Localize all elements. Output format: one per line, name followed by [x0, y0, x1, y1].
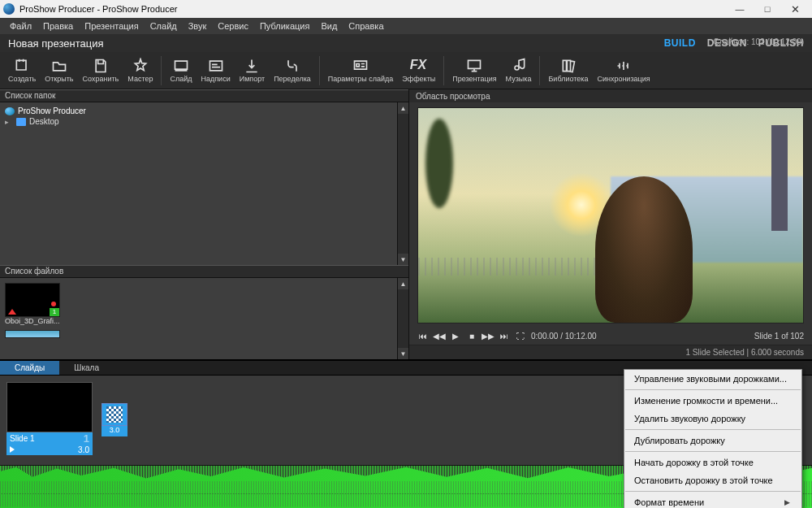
slideopts-icon — [352, 58, 369, 74]
tab-scale[interactable]: Шкала — [59, 361, 114, 375]
folder-item[interactable]: ▸Desktop — [5, 116, 404, 127]
slide-button[interactable]: Слайд — [166, 56, 195, 85]
context-menu-label: Остановить дорожку в этой точке — [634, 475, 773, 485]
folder-tree-scrollbar[interactable]: ▲ ▼ — [397, 102, 408, 265]
toolbar-label: Библиотека — [548, 75, 588, 83]
context-menu-item[interactable]: Управление звуковыми дорожками... — [624, 370, 801, 388]
toolbar-label: Презентация — [452, 75, 496, 83]
remix-button[interactable]: Переделка — [270, 56, 314, 85]
sub-header: Новая презентация BUILDDESIGNPUBLISH — [0, 34, 812, 52]
slideopts-button[interactable]: Параметры слайда — [325, 56, 397, 85]
menu-публикация[interactable]: Публикация — [255, 20, 314, 33]
file-thumb[interactable]: 1 Oboi_3D_Grafi... — [5, 283, 60, 325]
fx-button[interactable]: FXЭффекты — [399, 56, 438, 85]
presentation-name: Новая презентация — [8, 37, 103, 50]
slide-number: 1 — [84, 432, 89, 445]
save-button[interactable]: Сохранить — [80, 56, 123, 85]
context-menu-item[interactable]: Дублировать дорожку — [624, 432, 801, 449]
menu-separator — [625, 451, 801, 452]
create-icon — [13, 58, 31, 74]
mode-tab-build[interactable]: BUILD — [664, 37, 696, 49]
audio-context-menu[interactable]: Управление звуковыми дорожками...Изменен… — [624, 369, 802, 508]
menu-вид[interactable]: Вид — [316, 20, 342, 33]
window-minimize-button[interactable]: — — [726, 1, 754, 17]
menubar: ФайлПравкаПрезентацияСлайдЗвукСервисПубл… — [0, 18, 812, 34]
globe-icon — [5, 107, 15, 115]
tab-slides[interactable]: Слайды — [0, 361, 59, 375]
present-button[interactable]: Презентация — [449, 56, 499, 85]
caption-button[interactable]: Надписи — [197, 56, 233, 85]
toolbar-label: Слайд — [170, 75, 192, 83]
menu-файл[interactable]: Файл — [5, 20, 37, 33]
menu-правка[interactable]: Правка — [38, 20, 78, 33]
scroll-up-icon[interactable]: ▲ — [398, 102, 408, 114]
timeline-transition[interactable]: 3.0 — [99, 403, 130, 455]
open-button[interactable]: Открыть — [41, 56, 76, 85]
window-close-button[interactable]: ✕ — [781, 1, 809, 17]
slide-thumbnail[interactable] — [6, 382, 93, 432]
import-button[interactable]: Импорт — [236, 56, 268, 85]
window-maximize-button[interactable]: □ — [754, 1, 781, 17]
toolbar-label: Синхронизация — [597, 75, 650, 83]
context-menu-item[interactable]: Формат времени▶ — [624, 493, 801, 508]
open-icon — [50, 58, 68, 74]
file-list-scrollbar[interactable]: ▲ ▼ — [397, 278, 408, 359]
file-usage-badge: 1 — [50, 308, 59, 316]
transition-duration[interactable]: 3.0 — [102, 426, 127, 436]
library-icon — [559, 58, 577, 74]
file-thumb[interactable] — [5, 330, 60, 338]
scroll-down-icon[interactable]: ▼ — [398, 348, 408, 359]
music-button[interactable]: Музыка — [503, 56, 535, 85]
caption-icon — [207, 58, 225, 74]
play-icon[interactable] — [10, 446, 15, 453]
go-start-button[interactable]: ⏮ — [417, 330, 429, 341]
menu-презентация[interactable]: Презентация — [80, 20, 143, 33]
library-button[interactable]: Библиотека — [545, 56, 591, 85]
file-name-label: Oboi_3D_Grafi... — [5, 317, 60, 325]
menu-слайд[interactable]: Слайд — [145, 20, 182, 33]
slide-icon — [172, 58, 190, 74]
folder-tree[interactable]: ProShow Producer▸Desktop ▲ ▼ — [0, 102, 408, 265]
import-icon — [243, 58, 261, 74]
file-pane-header: Список файлов — [0, 265, 408, 278]
context-menu-label: Начать дорожку в этой точке — [634, 458, 754, 467]
stop-button[interactable]: ■ — [466, 330, 477, 341]
toolbar-label: Музыка — [506, 75, 532, 83]
folder-label: Desktop — [29, 117, 59, 126]
wizard-button[interactable]: Мастер — [124, 56, 156, 85]
scroll-up-icon[interactable]: ▲ — [398, 278, 408, 289]
timeline[interactable]: Slide 1 1 3.0 3.0 Управление звуковыми д… — [0, 376, 812, 508]
menu-сервис[interactable]: Сервис — [213, 20, 253, 33]
step-fwd-button[interactable]: ▶▶ — [482, 330, 494, 341]
slide-position-label: Slide 1 of 102 — [754, 332, 804, 341]
fx-icon: FX — [410, 58, 428, 74]
menu-справка[interactable]: Справка — [343, 20, 388, 33]
expand-icon[interactable]: ▸ — [5, 118, 13, 126]
preview-viewport[interactable] — [417, 107, 804, 323]
step-back-button[interactable]: ◀◀ — [434, 330, 445, 341]
toolbar-separator — [443, 56, 444, 85]
folder-item[interactable]: ProShow Producer — [5, 106, 404, 116]
toolbar-label: Эффекты — [402, 75, 435, 83]
context-menu-item[interactable]: Начать дорожку в этой точке — [624, 454, 801, 471]
context-menu-label: Управление звуковыми дорожками... — [634, 374, 787, 384]
menu-звук[interactable]: Звук — [184, 20, 212, 33]
context-menu-item[interactable]: Изменение громкости и времени... — [624, 392, 801, 410]
toolbar-separator — [539, 56, 540, 85]
play-button[interactable]: ▶ — [450, 330, 461, 341]
sync-button[interactable]: Синхронизация — [594, 56, 653, 85]
create-button[interactable]: Создать — [5, 56, 39, 85]
toolbar-separator — [161, 56, 162, 85]
context-menu-item[interactable]: Остановить дорожку в этой точке — [624, 471, 801, 489]
file-list[interactable]: 1 Oboi_3D_Grafi... ▲ ▼ — [0, 278, 408, 359]
scroll-down-icon[interactable]: ▼ — [398, 254, 408, 265]
menu-separator — [625, 389, 801, 390]
go-end-button[interactable]: ⏭ — [499, 330, 510, 341]
context-menu-item[interactable]: Удалить звуковую дорожку — [624, 410, 801, 428]
folder-icon — [16, 118, 26, 126]
fullscreen-button[interactable]: ⛶ — [515, 330, 526, 341]
timeline-slide[interactable]: Slide 1 1 3.0 — [6, 382, 93, 455]
timecode-label: 0:00.00 / 10:12.00 — [531, 332, 597, 341]
slide-duration[interactable]: 3.0 — [78, 445, 89, 454]
window-title: ProShow Producer - ProShow Producer — [19, 4, 726, 14]
